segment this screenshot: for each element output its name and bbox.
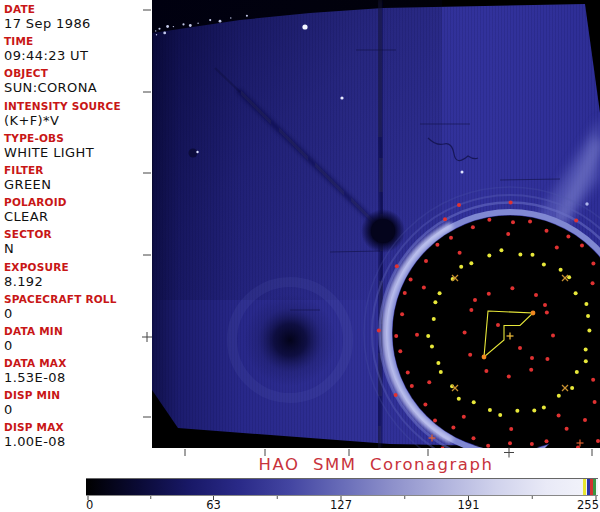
speckle-dot xyxy=(209,19,211,21)
overlay-dot-yellow-ring xyxy=(459,265,463,269)
field-value: 1.53E-08 xyxy=(4,370,154,385)
overlay-dot-yellow-ring xyxy=(438,291,442,295)
overlay-dot-red xyxy=(473,298,477,302)
overlay-dot-yellow-ring xyxy=(530,253,534,257)
overlay-dot-spoke xyxy=(574,218,578,222)
field-value: 8.192 xyxy=(4,274,154,289)
overlay-dot-spoke xyxy=(458,251,462,255)
speckle-dot xyxy=(197,23,198,24)
dust-spot xyxy=(189,149,198,158)
overlay-dot-red-outer-ring xyxy=(400,312,404,316)
overlay-dot-red-outer-ring xyxy=(565,427,569,431)
colorbar-gradient xyxy=(86,478,598,496)
overlay-dot-spoke xyxy=(545,357,549,361)
overlay-dot-spoke xyxy=(377,329,381,333)
metadata-panel: DATE 17 Sep 1986 TIME 09:44:23 UT OBJECT… xyxy=(0,0,154,454)
speckle-dot xyxy=(182,23,184,25)
polygon-vertex-dot xyxy=(531,311,536,316)
field-label: EXPOSURE xyxy=(4,261,154,274)
speckle-dot xyxy=(163,32,166,35)
overlay-dot-spoke xyxy=(422,285,426,289)
field-label: DISP MIN xyxy=(4,389,154,402)
field-value: 0 xyxy=(4,306,154,321)
field-value: CLEAR xyxy=(4,209,154,224)
image-title: HAO SMM Coronagraph xyxy=(152,455,600,474)
overlay-dot-spoke xyxy=(469,308,473,312)
overlay-dot-red xyxy=(530,356,534,360)
overlay-dot-yellow-ring xyxy=(575,370,579,374)
star-dot xyxy=(302,24,307,29)
overlay-dot-yellow-ring xyxy=(439,370,443,374)
occulter-ball xyxy=(371,219,395,243)
speckle-dot xyxy=(230,17,231,18)
overlay-dot-red xyxy=(496,323,500,327)
overlay-dot-red-outer-ring xyxy=(433,419,437,423)
overlay-dot-red-outer-ring xyxy=(424,259,428,263)
overlay-dot-spoke xyxy=(534,293,538,297)
metadata-field: DISP MAX 1.00E-08 xyxy=(4,421,154,453)
overlay-dot-yellow-ring xyxy=(432,317,436,321)
overlay-dot-red xyxy=(543,303,547,307)
field-value: GREEN xyxy=(4,177,154,192)
overlay-dot-spoke xyxy=(462,415,466,419)
overlay-dot-red-outer-ring xyxy=(398,349,402,353)
colorbar-tick-label: 191 xyxy=(458,498,480,512)
field-value: 17 Sep 1986 xyxy=(4,16,154,31)
overlay-dot-spoke xyxy=(591,378,595,382)
overlay-dot-spoke xyxy=(557,414,561,418)
overlay-dot-spoke xyxy=(509,427,513,431)
overlay-dot-red-outer-ring xyxy=(394,334,398,338)
overlay-dot-yellow-ring xyxy=(532,409,536,413)
overlay-dot-red-outer-ring xyxy=(583,418,587,422)
ghost-dark-spot xyxy=(244,294,336,386)
metadata-field: INTENSITY SOURCE (K+F)*V xyxy=(4,100,154,132)
overlay-dot-yellow-ring xyxy=(487,253,491,257)
speckle-dot xyxy=(246,15,248,17)
overlay-dot-yellow-ring xyxy=(574,291,578,295)
field-value: 0 xyxy=(4,402,154,417)
overlay-dot-yellow-ring xyxy=(584,347,588,351)
field-label: DISP MAX xyxy=(4,421,154,434)
metadata-field: POLAROID CLEAR xyxy=(4,196,154,228)
metadata-field: SPACECRAFT ROLL 0 xyxy=(4,293,154,325)
overlay-dot-red-outer-ring xyxy=(508,441,512,445)
overlay-dot-red-outer-ring xyxy=(471,225,475,229)
star-dot xyxy=(461,171,464,174)
overlay-dot-red-outer-ring xyxy=(487,218,491,222)
overlay-dot-yellow-ring xyxy=(542,262,546,266)
metadata-field: DATA MAX 1.53E-08 xyxy=(4,357,154,389)
overlay-dot-spoke xyxy=(441,447,445,451)
overlay-dot-red-outer-ring xyxy=(410,384,414,388)
overlay-dot-yellow-ring xyxy=(426,334,430,338)
overlay-dot-red-outer-ring xyxy=(435,243,439,247)
overlay-dot-yellow-ring xyxy=(586,314,590,318)
field-label: DATA MIN xyxy=(4,325,154,338)
overlay-dot-yellow-ring xyxy=(559,268,563,272)
colorbar-tick-label: 127 xyxy=(330,498,352,512)
overlay-dot-yellow-ring xyxy=(488,408,492,412)
overlay-dot-red-outer-ring xyxy=(528,220,532,224)
overlay-dot-red-outer-ring xyxy=(566,235,570,239)
overlay-dot-red-outer-ring xyxy=(406,371,410,375)
overlay-dot-red-outer-ring xyxy=(423,402,427,406)
overlay-dot-red-outer-ring xyxy=(409,277,413,281)
overlay-dot-yellow-ring xyxy=(584,302,588,306)
overlay-dot-spoke xyxy=(510,286,514,290)
field-label: TYPE-OBS xyxy=(4,132,154,145)
field-label: TIME xyxy=(4,35,154,48)
field-label: DATE xyxy=(4,3,154,16)
metadata-field: TYPE-OBS WHITE LIGHT xyxy=(4,132,154,164)
speckle-dot xyxy=(173,26,174,27)
polygon-vertex-dot xyxy=(482,355,487,360)
speckle-dot xyxy=(155,30,156,31)
field-label: INTENSITY SOURCE xyxy=(4,100,154,113)
speckle-dot xyxy=(166,25,169,28)
overlay-dot-spoke xyxy=(468,353,472,357)
overlay-dot-red xyxy=(596,439,600,443)
overlay-dot-red-outer-ring xyxy=(591,261,595,265)
overlay-dot-yellow-ring xyxy=(557,394,561,398)
overlay-dot-spoke xyxy=(529,368,533,372)
overlay-dot-yellow-ring xyxy=(515,409,519,413)
field-label: OBJECT xyxy=(4,67,154,80)
overlay-dot-spoke xyxy=(443,217,447,221)
